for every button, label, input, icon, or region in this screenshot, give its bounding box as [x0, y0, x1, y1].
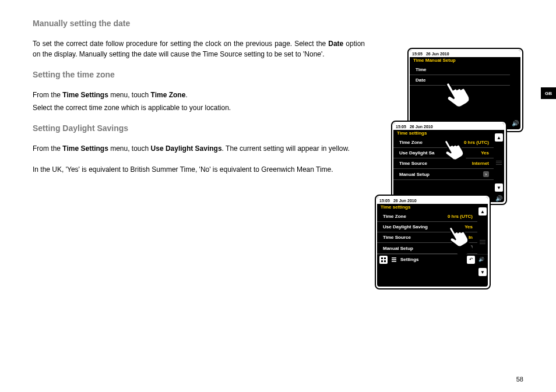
breadcrumb-label: Settings [400, 257, 419, 262]
chevron-right-icon: › [483, 171, 489, 177]
menu-label: Time Zone [399, 140, 423, 145]
svg-rect-5 [384, 260, 386, 262]
menu-value: Internet [472, 161, 489, 166]
heading-manual-date: Manually setting the date [33, 19, 523, 28]
status-time: 15:05 [396, 125, 406, 129]
menu-item-time[interactable]: Time [410, 65, 510, 75]
side-controls: ▲ ▼ [477, 204, 488, 276]
scroll-down-button[interactable]: ▼ [495, 183, 503, 192]
text-bold: Time Settings [62, 144, 108, 153]
scroll-up-button[interactable]: ▲ [478, 207, 487, 216]
menu-item-time-source[interactable]: Time Source In [377, 232, 477, 243]
screen-title: Time settings [393, 130, 504, 136]
scroll-track [496, 161, 502, 165]
text: To set the correct date follow procedure… [33, 40, 328, 48]
para-manual-date: To set the correct date follow procedure… [33, 38, 365, 59]
text-bold: Time Settings [62, 91, 108, 99]
scroll-up-button[interactable]: ▲ [495, 133, 503, 142]
menu-value: 0 hrs (UTC) [448, 214, 473, 219]
menu-item-time-zone[interactable]: Time Zone 0 hrs (UTC) [393, 137, 494, 148]
text-bold: Date [328, 40, 343, 48]
menu-item-daylight[interactable]: Use Daylight Saving Yes [377, 222, 477, 232]
text: From the [33, 144, 62, 153]
status-time: 15:05 [379, 199, 390, 203]
menu-label: Time Source [383, 235, 411, 240]
menu-value: In [469, 235, 473, 240]
status-bar: 15:05 26 Jun 2010 [377, 197, 488, 204]
page-number: 58 [516, 376, 523, 383]
menu-label: Date [416, 77, 425, 83]
svg-rect-0 [453, 101, 476, 118]
svg-rect-7 [392, 259, 396, 260]
text: From the [33, 91, 62, 99]
menu-item-time-zone[interactable]: Time Zone 0 hrs (UTC) [377, 211, 477, 222]
menu-icon[interactable] [390, 256, 398, 264]
status-bar: 15:05 26 Jun 2010 [393, 123, 504, 130]
status-date: 26 Jun 2010 [393, 199, 417, 203]
menu-label: Use Daylight Saving [383, 224, 428, 229]
screen-title: Time Manual Setup [410, 57, 520, 63]
home-button[interactable] [379, 256, 388, 264]
device-screenshot-3: 15:05 26 Jun 2010 Time settings Time Zon… [375, 195, 491, 289]
svg-rect-8 [392, 261, 396, 262]
text-bold: Time Zone [151, 91, 186, 99]
menu-label: Time Zone [383, 214, 406, 219]
menu-item-time-source[interactable]: Time Source Internet [393, 158, 494, 169]
menu-label: Time Source [399, 161, 427, 166]
menu-value: Yes [464, 224, 473, 229]
text: . [185, 91, 187, 99]
menu-label: Manual Setup [383, 246, 413, 251]
side-controls: ▲ ▼ 🔊 [494, 130, 504, 202]
status-time: 15:05 [412, 52, 423, 56]
menu-value: Yes [481, 150, 489, 156]
text: menu, touch [108, 91, 151, 99]
svg-rect-4 [381, 260, 383, 262]
text: . The current setting will appear in yel… [222, 144, 350, 153]
scroll-track [480, 240, 485, 244]
bottom-toolbar: Settings ↶ 🔊 [377, 254, 488, 264]
text: menu, touch [108, 144, 151, 153]
region-tab-gb: GB [541, 87, 556, 99]
status-bar: 15:05 26 Jun 2010 [410, 50, 520, 57]
menu-item-daylight[interactable]: Use Daylight Sa Yes [393, 148, 494, 158]
svg-rect-3 [384, 257, 386, 259]
back-button[interactable]: ↶ [467, 256, 475, 264]
menu-value: 0 hrs (UTC) [464, 140, 489, 145]
menu-label: Use Daylight Sa [399, 150, 434, 156]
scroll-down-button[interactable]: ▼ [478, 268, 487, 276]
para-tz-1: From the Time Settings menu, touch Time … [33, 90, 365, 100]
menu-label: Time [416, 67, 427, 72]
svg-rect-6 [392, 257, 396, 259]
screen-title: Time settings [377, 204, 488, 210]
para-dls-1: From the Time Settings menu, touch Use D… [33, 143, 365, 154]
para-dls-2: In the UK, 'Yes' is equivalent to Britis… [33, 164, 365, 175]
device-screenshot-2: 15:05 26 Jun 2010 Time settings Time Zon… [391, 121, 507, 205]
status-date: 26 Jun 2010 [410, 125, 433, 129]
status-date: 26 Jun 2010 [426, 52, 449, 56]
menu-label: Manual Setup [399, 172, 430, 177]
volume-icon[interactable]: 🔊 [511, 119, 519, 127]
menu-item-date[interactable]: Date [410, 75, 510, 86]
svg-rect-2 [381, 257, 383, 259]
para-tz-2: Select the correct time zone which is ap… [33, 103, 365, 113]
device-screenshots: 15:05 26 Jun 2010 Time Manual Setup Time… [378, 48, 523, 292]
text-bold: Use Daylight Savings [151, 144, 222, 153]
chevron-right-icon: › [467, 245, 473, 251]
menu-item-manual-setup[interactable]: Manual Setup › [377, 243, 477, 254]
menu-item-manual-setup[interactable]: Manual Setup › [393, 169, 494, 180]
volume-icon[interactable]: 🔊 [495, 194, 503, 202]
side-controls: 🔊 [510, 57, 520, 129]
device-screenshot-1: 15:05 26 Jun 2010 Time Manual Setup Time… [407, 48, 523, 132]
